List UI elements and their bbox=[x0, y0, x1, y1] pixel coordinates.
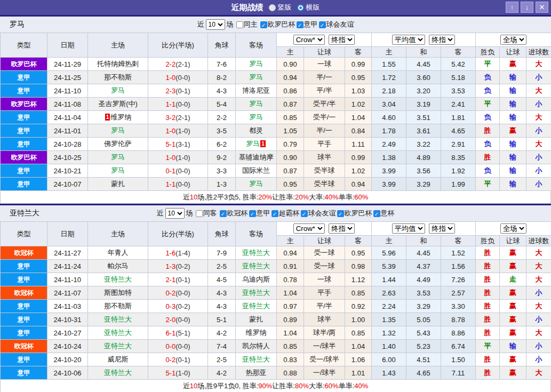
corner-score: 5-1 bbox=[208, 313, 236, 326]
result-handicap: 赢 bbox=[500, 353, 526, 366]
odds-home: 0.78 bbox=[277, 273, 304, 286]
match-score: 6-1(5-1) bbox=[148, 326, 208, 340]
avg-draw: 3.53 bbox=[406, 286, 441, 300]
match-date: 24-11-25 bbox=[47, 71, 88, 84]
odds-away: 0.95 bbox=[345, 246, 372, 260]
odds-time-select[interactable]: 终指 bbox=[329, 223, 355, 234]
close-button[interactable]: ✕ bbox=[536, 2, 548, 13]
summary-text: 40% bbox=[325, 193, 339, 201]
corner-score: 4-3 bbox=[208, 286, 236, 300]
avg-draw: 4.89 bbox=[406, 151, 441, 164]
avg-away: 1.52 bbox=[441, 246, 476, 260]
scope-select-group: 全场 bbox=[476, 222, 551, 236]
league-filter-checkbox[interactable]: 意杯 bbox=[373, 209, 395, 218]
league-filter-label: 超霸杯 bbox=[279, 209, 300, 218]
odds-source-select[interactable]: Crow* bbox=[293, 223, 325, 234]
league-filter-checkbox[interactable]: 欧冠杯 bbox=[220, 209, 248, 218]
league-filter-checkbox[interactable]: 超霸杯 bbox=[271, 209, 300, 218]
radio-unchecked-icon[interactable] bbox=[269, 4, 276, 11]
checkbox-checked-icon[interactable] bbox=[260, 21, 267, 28]
avg-home: 5.96 bbox=[372, 246, 406, 260]
odds-handicap: 一球 bbox=[304, 273, 345, 286]
move-up-button[interactable]: ↑ bbox=[506, 2, 518, 13]
result-wdl: 负 bbox=[476, 164, 500, 178]
result-goals: 小 bbox=[526, 124, 551, 138]
same-venue-label: 同主 bbox=[244, 20, 258, 29]
league-filter-checkbox[interactable]: 意甲 bbox=[297, 20, 318, 29]
league-filter-checkbox[interactable]: 欧罗巴杯 bbox=[260, 20, 296, 29]
checkbox-unchecked-icon[interactable] bbox=[236, 21, 243, 28]
filter-bar: 近 10 场 同客 欧冠杯意甲超霸杯球会友谊欧罗巴杯意杯 bbox=[157, 208, 395, 219]
avg-time-select[interactable]: 终指 bbox=[429, 223, 455, 234]
same-venue-checkbox[interactable]: 同客 bbox=[196, 209, 217, 218]
away-team: 热那亚 bbox=[236, 366, 277, 380]
home-team: 亚特兰大 bbox=[88, 273, 148, 286]
avg-home: 6.00 bbox=[372, 353, 406, 366]
avg-draw: 3.60 bbox=[406, 71, 441, 84]
move-down-button[interactable]: ↓ bbox=[521, 2, 533, 13]
odds-handicap: 平手 bbox=[304, 138, 345, 151]
avg-draw: 3.29 bbox=[406, 178, 441, 191]
avg-source-select[interactable]: 平均值 bbox=[392, 35, 425, 45]
avg-away: 3.30 bbox=[441, 300, 476, 313]
col-score: 比分(半场) bbox=[148, 33, 208, 58]
league-badge: 欧冠杯 bbox=[1, 246, 47, 260]
checkbox-checked-icon[interactable] bbox=[301, 210, 308, 217]
avg-time-select[interactable]: 终指 bbox=[429, 35, 455, 45]
avg-source-select[interactable]: 平均值 bbox=[392, 223, 425, 234]
match-date: 24-10-25 bbox=[47, 151, 88, 164]
checkbox-checked-icon[interactable] bbox=[297, 21, 304, 28]
league-filter-checkbox[interactable]: 欧罗巴杯 bbox=[337, 209, 372, 218]
result-wdl: 负 bbox=[476, 138, 500, 151]
result-wdl: 平 bbox=[476, 178, 500, 191]
checkbox-checked-icon[interactable] bbox=[373, 210, 380, 217]
games-count-select[interactable]: 10 bbox=[165, 208, 185, 219]
result-goals: 小 bbox=[526, 98, 551, 111]
avg-home: 1.72 bbox=[372, 71, 406, 84]
result-goals: 大 bbox=[526, 138, 551, 151]
match-row: 意甲24-11-10亚特兰大2-1(0-1)4-5乌迪内斯0.78一球1.121… bbox=[1, 273, 551, 286]
away-team: 博洛尼亚 bbox=[236, 84, 277, 98]
corner-score: 2-2 bbox=[208, 111, 236, 124]
league-badge: 意甲 bbox=[1, 138, 47, 151]
summary-text: 单率: bbox=[339, 381, 355, 391]
odds-source-select[interactable]: Crow* bbox=[293, 35, 325, 45]
league-filter-checkbox[interactable]: 球会友谊 bbox=[301, 209, 336, 218]
checkbox-checked-icon[interactable] bbox=[220, 210, 227, 217]
checkbox-checked-icon[interactable] bbox=[271, 210, 278, 217]
layout-horizontal-radio[interactable]: 横版 bbox=[297, 3, 320, 12]
col-date: 日期 bbox=[47, 33, 88, 58]
same-venue-checkbox[interactable]: 同主 bbox=[236, 20, 258, 29]
checkbox-checked-icon[interactable] bbox=[249, 210, 256, 217]
match-date: 24-11-29 bbox=[47, 58, 88, 71]
match-date: 24-11-01 bbox=[47, 124, 88, 138]
layout-vertical-radio[interactable]: 竖版 bbox=[269, 3, 292, 12]
scope-select[interactable]: 全场 bbox=[500, 223, 526, 234]
avg-home: 3.99 bbox=[372, 178, 406, 191]
col-date: 日期 bbox=[47, 222, 88, 246]
col-odds-home: 主 bbox=[277, 236, 304, 246]
corner-score: 7-9 bbox=[208, 246, 236, 260]
away-team: 都灵 bbox=[236, 124, 277, 138]
league-filter-checkbox[interactable]: 球会友谊 bbox=[319, 20, 354, 29]
match-row: 意甲24-11-041维罗纳3-2(2-1)2-2罗马0.85受半/一1.044… bbox=[1, 111, 551, 124]
checkbox-unchecked-icon[interactable] bbox=[196, 210, 203, 217]
checkbox-checked-icon[interactable] bbox=[319, 21, 326, 28]
summary-text: 10 bbox=[190, 193, 197, 201]
home-team: 罗马 bbox=[88, 151, 148, 164]
league-filter-label: 意甲 bbox=[304, 20, 318, 29]
odds-time-select[interactable]: 终指 bbox=[329, 35, 355, 45]
col-home: 主场 bbox=[88, 33, 148, 58]
checkbox-checked-icon[interactable] bbox=[337, 210, 344, 217]
avg-draw: 3.22 bbox=[406, 138, 441, 151]
avg-home: 3.04 bbox=[372, 98, 406, 111]
league-badge: 意甲 bbox=[1, 273, 47, 286]
away-team: 罗马1 bbox=[236, 138, 277, 151]
league-filter-checkbox[interactable]: 意甲 bbox=[249, 209, 270, 218]
radio-checked-icon[interactable] bbox=[297, 4, 304, 11]
home-team: 年青人 bbox=[88, 246, 148, 260]
scope-select[interactable]: 全场 bbox=[500, 35, 526, 45]
league-filter-label: 意杯 bbox=[381, 209, 395, 218]
odds-away: 1.06 bbox=[345, 353, 372, 366]
games-count-select[interactable]: 10 bbox=[206, 19, 225, 30]
